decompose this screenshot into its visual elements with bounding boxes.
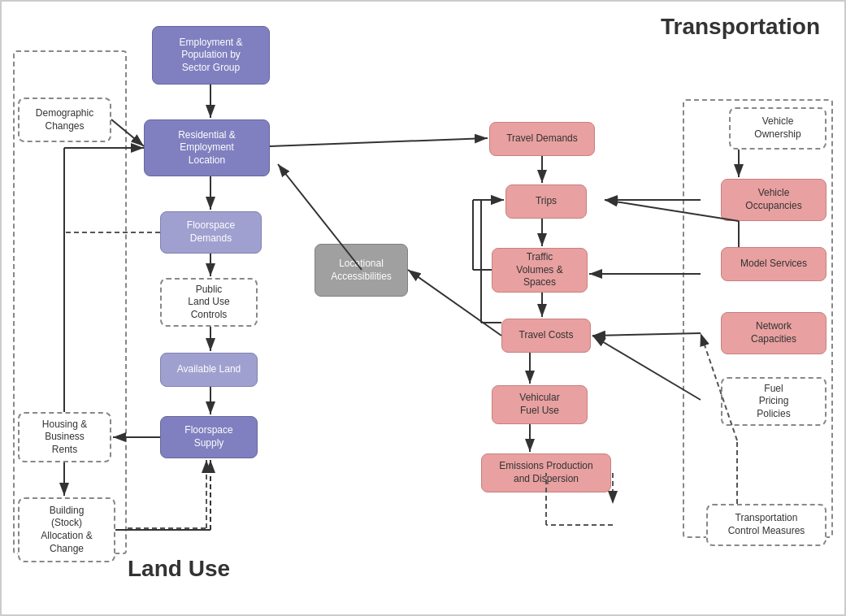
transportation-label: Transportation (661, 14, 820, 40)
emissions-production-node: Emissions Productionand Dispersion (481, 453, 611, 492)
vehicular-fuel-use-node: VehicularFuel Use (492, 385, 588, 424)
employment-population-node: Employment &Population bySector Group (152, 26, 270, 85)
traffic-volumes-node: TrafficVolumes &Spaces (492, 248, 588, 293)
building-stock-node: Building(Stock)Allocation &Change (18, 497, 115, 562)
public-land-use-node: PublicLand UseControls (160, 278, 258, 327)
residential-employment-node: Residential &EmploymentLocation (144, 119, 270, 176)
land-use-label: Land Use (128, 556, 230, 582)
floorspace-demands-node: FloorspaceDemands (160, 211, 262, 254)
model-services-node: Model Services (721, 247, 826, 281)
svg-line-15 (270, 138, 488, 146)
vehicle-ownership-node: VehicleOwnership (729, 107, 826, 150)
transportation-control-node: TransportationControl Measures (706, 504, 826, 546)
network-capacities-node: NetworkCapacities (721, 312, 826, 354)
trips-node: Trips (505, 184, 587, 219)
housing-business-node: Housing &BusinessRents (18, 412, 111, 462)
travel-demands-node: Travel Demands (489, 122, 595, 156)
locational-accessibilities-node: LocationalAccessibilities (315, 244, 408, 297)
fuel-pricing-node: FuelPricingPolicies (721, 377, 826, 426)
demographic-changes-node: DemographicChanges (18, 98, 111, 142)
travel-costs-node: Travel Costs (501, 319, 591, 353)
diagram-container: Transportation Land Use Employment &Popu… (0, 0, 846, 616)
svg-line-26 (408, 270, 501, 336)
vehicle-occupancies-node: VehicleOccupancies (721, 179, 826, 221)
available-land-node: Available Land (160, 353, 258, 387)
floorspace-supply-node: FloorspaceSupply (160, 416, 258, 458)
